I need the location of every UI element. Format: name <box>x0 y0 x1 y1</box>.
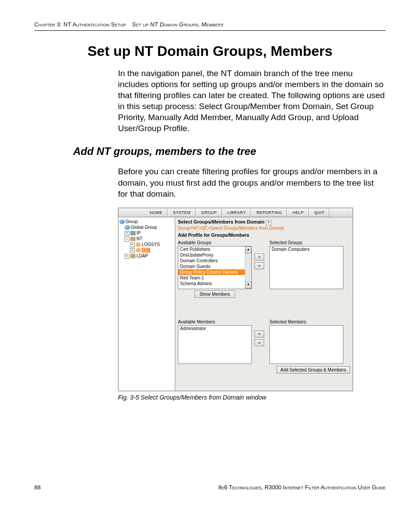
available-members-label: Available Members <box>178 319 252 324</box>
menubar: HOME SYSTEM GROUP LIBRARY REPORTING HELP… <box>118 208 353 217</box>
nav-tree[interactable]: Group Global Group +IP −NT +LOGSYS +QC +… <box>118 217 175 391</box>
tree-global-group[interactable]: Global Group <box>119 224 174 230</box>
panel-title: Select Groups/Members from Domain? <box>178 219 350 225</box>
menu-library[interactable]: LIBRARY <box>223 208 251 217</box>
selected-members-list[interactable] <box>269 325 343 364</box>
tree-root[interactable]: Group <box>119 219 174 224</box>
user-icon <box>136 242 141 247</box>
app-window: HOME SYSTEM GROUP LIBRARY REPORTING HELP… <box>118 208 353 391</box>
list-item[interactable]: Cert Publishers <box>178 246 251 252</box>
tree-ldap[interactable]: +LDAP <box>119 253 174 259</box>
tree-nt[interactable]: −NT <box>119 236 174 242</box>
page-title: Set up NT Domain Groups, Members <box>34 43 386 59</box>
move-left-button[interactable]: « <box>254 253 264 261</box>
figure-caption: Fig. 3-5 Select Groups/Members from Doma… <box>118 394 386 401</box>
tree-qc-label: QC <box>142 248 150 253</box>
figure: HOME SYSTEM GROUP LIBRARY REPORTING HELP… <box>118 208 386 401</box>
list-item[interactable]: Administrator <box>178 326 251 331</box>
selected-members-label: Selected Members <box>269 319 343 324</box>
group-mover: « » <box>254 240 267 283</box>
list-item[interactable]: Red Team-1 <box>178 275 251 281</box>
list-item[interactable]: Schema Admins <box>178 281 251 286</box>
breadcrumb: Group>NT>QC>Select Groups/Members from D… <box>178 226 350 231</box>
expand-icon[interactable]: + <box>125 231 129 236</box>
host-icon <box>130 231 136 235</box>
group-icon <box>130 254 136 258</box>
globe-icon <box>125 225 130 230</box>
available-groups-label: Available Groups <box>178 240 252 245</box>
menu-system[interactable]: SYSTEM <box>168 208 195 217</box>
scroll-down-icon[interactable]: ▼ <box>245 282 251 289</box>
expand-icon[interactable]: + <box>125 254 129 259</box>
list-item[interactable]: Domain Guests <box>178 264 251 269</box>
sub-paragraph: Before you can create filtering profiles… <box>118 166 385 199</box>
collapse-icon[interactable]: − <box>125 237 129 242</box>
scrollbar[interactable]: ▲ ▼ <box>245 246 251 289</box>
tree-logsys[interactable]: +LOGSYS <box>119 242 174 247</box>
move-right-button[interactable]: » <box>254 339 264 346</box>
book-title: 8e6 Technologies, R3000 Internet Filter … <box>218 484 386 491</box>
intro-paragraph: In the navigation panel, the NT domain b… <box>118 68 385 134</box>
section-label: Set up NT Domain Groups, Members <box>132 21 224 28</box>
selected-groups-list[interactable]: Domain Computers <box>269 246 343 289</box>
running-header: Chapter 3: NT Authentication Setup Set u… <box>34 21 386 31</box>
page-number: 88 <box>34 484 41 491</box>
show-members-button[interactable]: Show Members <box>195 290 235 298</box>
page-footer: 88 8e6 Technologies, R3000 Internet Filt… <box>34 484 386 491</box>
add-selected-button[interactable]: Add Selected Groups & Members <box>276 366 350 374</box>
expand-icon[interactable]: + <box>130 248 135 253</box>
list-item[interactable]: Domain Controllers <box>178 258 251 264</box>
move-right-button[interactable]: » <box>254 262 264 269</box>
group-icon <box>130 237 136 241</box>
help-icon[interactable]: ? <box>266 220 271 225</box>
expand-icon[interactable]: + <box>130 242 135 247</box>
selected-groups-label: Selected Groups <box>269 240 343 245</box>
list-item[interactable]: Domain Computers <box>270 246 343 252</box>
member-mover: « » <box>254 319 267 357</box>
menu-reporting[interactable]: REPORTING <box>251 208 287 217</box>
list-item[interactable]: DnsUpdateProxy <box>178 252 251 258</box>
list-item[interactable]: Group Policy Creator Owners <box>178 269 251 275</box>
groups-dual-list: Available Groups Cert PublishersDnsUpdat… <box>178 240 350 297</box>
menu-help[interactable]: HELP <box>287 208 309 217</box>
chapter-label: Chapter 3: NT Authentication Setup <box>34 21 126 28</box>
content-panel: Select Groups/Members from Domain? Group… <box>175 217 353 391</box>
members-dual-list: Available Members Administrator « » Sele… <box>178 319 350 364</box>
tree-qc[interactable]: +QC <box>119 247 174 253</box>
section-heading: Add Profile for Groups/Members <box>178 232 350 238</box>
globe-icon <box>119 220 125 224</box>
user-icon <box>136 248 141 253</box>
move-left-button[interactable]: « <box>254 330 264 338</box>
menu-group[interactable]: GROUP <box>196 208 222 217</box>
available-members-list[interactable]: Administrator <box>178 325 252 364</box>
subheading: Add NT groups, members to the tree <box>73 145 386 158</box>
menu-quit[interactable]: QUIT <box>309 208 330 217</box>
tree-ip[interactable]: +IP <box>119 230 174 236</box>
scroll-up-icon[interactable]: ▲ <box>245 246 251 253</box>
available-groups-list[interactable]: Cert PublishersDnsUpdateProxyDomain Cont… <box>178 246 252 289</box>
menu-home[interactable]: HOME <box>145 208 167 217</box>
